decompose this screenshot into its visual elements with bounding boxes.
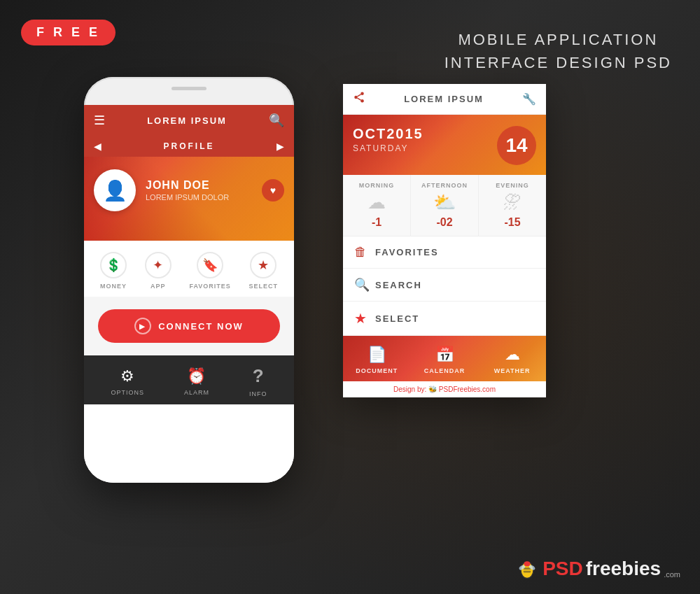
svg-line-4: [357, 94, 360, 97]
favorites-row-icon: 🗑: [354, 245, 375, 260]
right-panel: LOREM IPSUM 🔧 OCT2015 SATURDAY 14 MORNIN…: [343, 84, 546, 397]
svg-line-3: [357, 98, 360, 100]
weather-evening-icon: ⛈: [503, 192, 522, 213]
document-tab-label: DOCUMENT: [356, 367, 398, 374]
date-day-name: SATURDAY: [353, 143, 424, 153]
avatar: 👤: [94, 169, 136, 211]
weather-section: MORNING ☁ -1 AFTERNOON ⛅ -02 EVENING ⛈ -…: [343, 175, 546, 236]
search-icon[interactable]: 🔍: [269, 113, 284, 128]
profile-subtitle: LOREM IPSUM DOLOR: [146, 193, 252, 201]
options-label: OPTIONS: [111, 389, 144, 396]
weather-morning-temp: -1: [372, 216, 382, 229]
weather-morning: MORNING ☁ -1: [343, 175, 411, 236]
bottom-nav: ⚙ OPTIONS ⏰ ALARM ? INFO: [84, 355, 294, 404]
phone-screen: ☰ LOREM IPSUM 🔍 ◀ PROFILE ▶ 👤 JOHN DOE: [84, 105, 294, 483]
left-arrow-icon[interactable]: ◀: [94, 141, 102, 152]
svg-point-2: [360, 99, 364, 103]
psdfreebies-logo: PSD freebies .com: [514, 556, 680, 581]
phone-navbar: ☰ LOREM IPSUM 🔍: [84, 105, 294, 136]
right-arrow-icon[interactable]: ▶: [276, 141, 284, 152]
heart-button[interactable]: ♥: [262, 179, 284, 201]
app-icon: ✦: [145, 252, 172, 278]
document-tab-icon: 📄: [368, 346, 386, 364]
rp-menu-list: 🗑 FAVORITES 🔍 SEARCH ★ SELECT: [343, 236, 546, 336]
profile-banner: ◀ PROFILE ▶: [84, 136, 294, 157]
weather-tab-icon: ☁: [505, 346, 520, 364]
info-label: INFO: [249, 390, 267, 397]
wrench-icon[interactable]: 🔧: [522, 92, 536, 106]
com-text: .com: [664, 570, 680, 579]
date-number: 14: [497, 126, 536, 165]
user-icon: 👤: [103, 179, 127, 202]
phone-speaker: [172, 87, 206, 90]
weather-tab-label: WEATHER: [494, 367, 531, 374]
weather-evening: EVENING ⛈ -15: [479, 175, 546, 236]
hamburger-icon[interactable]: ☰: [94, 113, 105, 128]
rp-tab-weather[interactable]: ☁ WEATHER: [478, 336, 546, 381]
svg-rect-8: [524, 571, 531, 573]
rp-navbar-title: LOREM IPSUM: [404, 94, 484, 104]
profile-info: JOHN DOE LOREM IPSUM DOLOR: [146, 179, 252, 201]
rp-row-select[interactable]: ★ SELECT: [343, 302, 546, 336]
bottom-nav-alarm[interactable]: ⏰ ALARM: [184, 367, 209, 396]
rp-topbar: LOREM IPSUM 🔧: [343, 84, 546, 115]
play-icon: ▶: [134, 318, 151, 334]
search-row-label: SEARCH: [375, 280, 422, 290]
share-icon[interactable]: [353, 91, 365, 107]
svg-point-0: [360, 92, 364, 96]
app-label: APP: [150, 283, 166, 290]
menu-item-app[interactable]: ✦ APP: [145, 252, 172, 290]
profile-label: PROFILE: [163, 141, 214, 151]
navbar-title: LOREM IPSUM: [147, 115, 227, 126]
weather-afternoon: AFTERNOON ⛅ -02: [411, 175, 479, 236]
rp-row-favorites[interactable]: 🗑 FAVORITES: [343, 236, 546, 269]
profile-section: 👤 JOHN DOE LOREM IPSUM DOLOR ♥: [84, 157, 294, 241]
profile-name: JOHN DOE: [146, 179, 252, 192]
svg-point-9: [524, 561, 531, 566]
calendar-tab-label: CALENDAR: [424, 367, 465, 374]
connect-button[interactable]: ▶ CONNECT NOW: [98, 309, 280, 343]
rp-tab-calendar[interactable]: 📅 CALENDAR: [411, 336, 479, 381]
rp-bottom-tabs: 📄 DOCUMENT 📅 CALENDAR ☁ WEATHER: [343, 336, 546, 381]
heart-icon: ♥: [270, 185, 276, 196]
menu-item-money[interactable]: 💲 MONEY: [100, 252, 127, 290]
design-by: Design by: 🐝 PSDFreebies.com: [343, 381, 546, 397]
rp-row-search[interactable]: 🔍 SEARCH: [343, 269, 546, 302]
profile-content: 👤 JOHN DOE LOREM IPSUM DOLOR ♥: [84, 157, 294, 224]
rp-date-section: OCT2015 SATURDAY 14: [343, 115, 546, 175]
bee-icon: [514, 556, 540, 581]
psd-text: PSD: [542, 558, 583, 580]
weather-afternoon-temp: -02: [436, 216, 452, 229]
date-info: OCT2015 SATURDAY: [353, 126, 424, 153]
favorites-label: FAVORITES: [189, 283, 230, 290]
weather-afternoon-icon: ⛅: [433, 192, 456, 213]
design-by-text: Design by:: [393, 386, 428, 393]
menu-item-favorites[interactable]: 🔖 FAVORITES: [189, 252, 230, 290]
svg-point-1: [354, 96, 358, 99]
favorites-icon: 🔖: [197, 252, 223, 278]
rp-tab-document[interactable]: 📄 DOCUMENT: [343, 336, 411, 381]
freebies-text: freebies: [586, 558, 661, 580]
select-label: SELECT: [249, 283, 279, 290]
weather-morning-label: MORNING: [359, 182, 395, 189]
menu-item-select[interactable]: ★ SELECT: [249, 252, 279, 290]
connect-section: ▶ CONNECT NOW: [84, 297, 294, 355]
select-icon: ★: [250, 252, 276, 278]
psdfreebies-link: 🐝 PSDFreebies.com: [428, 386, 496, 393]
date-month-year: OCT2015: [353, 126, 424, 142]
page-title: MOBILE APPLICATION INTERFACE DESIGN PSD: [444, 28, 672, 74]
calendar-tab-icon: 📅: [435, 346, 454, 364]
phone-mockup: ☰ LOREM IPSUM 🔍 ◀ PROFILE ▶ 👤 JOHN DOE: [84, 77, 294, 483]
bottom-nav-options[interactable]: ⚙ OPTIONS: [111, 367, 144, 396]
weather-evening-temp: -15: [504, 216, 520, 229]
options-icon: ⚙: [120, 367, 134, 386]
alarm-icon: ⏰: [187, 367, 206, 386]
weather-afternoon-label: AFTERNOON: [421, 182, 468, 189]
favorites-row-label: FAVORITES: [375, 247, 439, 257]
free-badge: F R E E: [21, 20, 115, 45]
connect-label: CONNECT NOW: [158, 321, 244, 332]
weather-morning-icon: ☁: [368, 192, 386, 213]
bottom-nav-info[interactable]: ? INFO: [249, 365, 267, 397]
search-row-icon: 🔍: [354, 277, 375, 292]
menu-icons-section: 💲 MONEY ✦ APP 🔖 FAVORITES ★ SELECT: [84, 241, 294, 297]
